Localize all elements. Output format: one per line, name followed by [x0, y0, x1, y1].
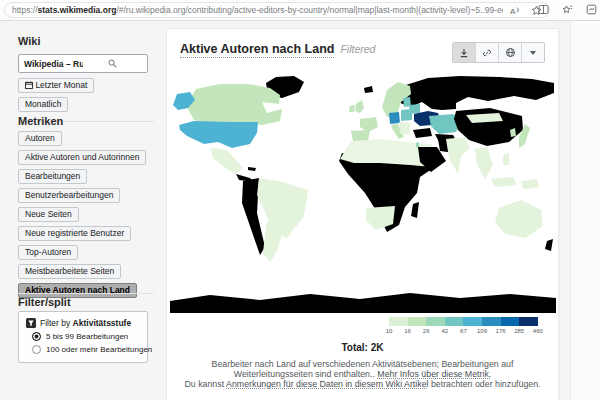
browser-address-bar: https://stats.wikimedia.org/#/ru.wikiped…: [0, 0, 600, 21]
read-aloud-icon[interactable]: A: [509, 5, 520, 16]
country-usa[interactable]: [179, 121, 258, 148]
country-india[interactable]: [446, 137, 470, 174]
country-madagascar: [411, 202, 419, 218]
country-ireland[interactable]: [349, 105, 355, 112]
annotation-text-1: Du kannst: [185, 379, 227, 389]
metric-button[interactable]: Top-Autoren: [18, 245, 78, 260]
legend-tick-labels: 1016264267109176285460: [389, 328, 538, 336]
wiki-search-value: Wikipedia – Russian: [24, 59, 83, 69]
browser-window: https://stats.wikimedia.org/#/ru.wikiped…: [0, 0, 600, 400]
metric-info-link[interactable]: Mehr Infos über diese Metrik.: [377, 369, 491, 379]
metric-description: Bearbeiter nach Land auf verschiedenen A…: [179, 359, 546, 389]
country-indonesia2[interactable]: [521, 179, 539, 189]
filter-icon: [26, 318, 36, 328]
wiki-globe-button[interactable]: [499, 43, 522, 62]
wiki-search-input[interactable]: Wikipedia – Russian: [18, 54, 148, 73]
legend-segment: [389, 317, 408, 326]
metric-button[interactable]: Autoren: [18, 131, 62, 146]
annotation-text-2: betrachten oder hinzufügen.: [429, 379, 541, 389]
legend-tick: 16: [404, 328, 411, 334]
country-canada[interactable]: [186, 84, 282, 126]
metrics-section-heading: Metriken: [18, 115, 63, 127]
country-balkans[interactable]: [399, 122, 411, 135]
country-indonesia1[interactable]: [491, 177, 517, 187]
metric-button[interactable]: Neue Seiten: [18, 207, 79, 222]
more-options-button[interactable]: [522, 43, 544, 62]
country-iberia[interactable]: [351, 130, 370, 141]
metric-button[interactable]: Bearbeitungen: [18, 169, 87, 184]
legend-tick: 176: [496, 328, 506, 334]
permalink-button[interactable]: [476, 43, 499, 62]
country-iceland: [364, 86, 373, 93]
annotations-link[interactable]: Anmerkungen für diese Daten in diesem Wi…: [226, 379, 428, 389]
chart-toolbar: [452, 42, 545, 63]
radio-unselected-icon[interactable]: [32, 345, 41, 354]
legend-segment: [463, 317, 482, 326]
metric-button[interactable]: Aktive Autoren und Autorinnen: [18, 150, 146, 165]
country-cuba: [248, 167, 256, 171]
legend-tick: 285: [514, 328, 524, 334]
country-turkey: [413, 128, 432, 138]
split-screen-icon[interactable]: [538, 4, 549, 15]
country-belarus[interactable]: [409, 104, 420, 114]
page-scrollbar[interactable]: [570, 21, 600, 400]
download-button[interactable]: [453, 43, 476, 62]
country-seasia[interactable]: [475, 147, 493, 179]
legend-segment: [408, 317, 427, 326]
sidebar: Wiki Wikipedia – Russian Letzter Monat M…: [18, 21, 160, 400]
map-legend: 1016264267109176285460: [389, 317, 538, 339]
svg-text:A: A: [510, 6, 516, 15]
page-url: https://stats.wikimedia.org/#/ru.wikiped…: [12, 5, 503, 15]
search-icon: [83, 59, 142, 68]
country-germany[interactable]: [389, 112, 400, 124]
country-france[interactable]: [360, 117, 378, 132]
country-australia[interactable]: [495, 200, 543, 238]
filter-option[interactable]: 5 bis 99 Bearbeitungen: [32, 332, 143, 341]
filter-option-label: 100 oder mehr Bearbeitungen: [46, 345, 152, 354]
country-antarctica: [170, 293, 556, 313]
legend-tick: 26: [423, 328, 430, 334]
page-title[interactable]: Aktive Autoren nach Land: [180, 42, 334, 58]
browser-essentials-icon[interactable]: [586, 4, 597, 15]
country-brazil[interactable]: [257, 178, 308, 238]
country-philippines[interactable]: [503, 153, 509, 165]
legend-tick: 10: [386, 328, 393, 334]
monthly-button[interactable]: Monatlich: [18, 97, 68, 112]
radio-selected-icon[interactable]: [32, 332, 41, 341]
metric-button[interactable]: Meistbearbeitete Seiten: [18, 264, 121, 279]
legend-tick: 109: [477, 328, 487, 334]
filter-label: Filter by Aktivitätsstufe: [40, 318, 131, 328]
favorites-icon[interactable]: [562, 4, 573, 15]
filtered-badge: Filtered: [340, 43, 375, 55]
world-map[interactable]: [170, 75, 556, 313]
legend-segment: [445, 317, 464, 326]
metric-detail-card: Aktive Autoren nach Land Filtered: [166, 28, 559, 400]
legend-segment: [519, 317, 538, 326]
filter-option[interactable]: 100 oder mehr Bearbeitungen: [32, 345, 143, 354]
total-count: Total: 2K: [167, 342, 558, 353]
country-mexico[interactable]: [211, 148, 243, 174]
filter-options: 5 bis 99 Bearbeitungen100 oder mehr Bear…: [26, 332, 143, 354]
address-bar-input[interactable]: https://stats.wikimedia.org/#/ru.wikiped…: [4, 2, 550, 18]
calendar-icon: [25, 81, 33, 89]
country-nz: [545, 239, 553, 251]
country-uk[interactable]: [355, 100, 364, 113]
metric-button[interactable]: Neue registrierte Benutzer: [18, 226, 131, 241]
legend-tick: 42: [441, 328, 448, 334]
wiki-section-heading: Wiki: [18, 35, 41, 47]
sidebar-divider-2: [18, 293, 154, 294]
time-range-label: Letzter Monat: [35, 80, 87, 90]
legend-tick: 67: [460, 328, 467, 334]
legend-segment: [501, 317, 520, 326]
filter-split-heading: Filter/split: [18, 296, 71, 308]
legend-tick: 460: [533, 328, 543, 334]
time-range-button[interactable]: Letzter Monat: [18, 78, 94, 93]
filter-option-label: 5 bis 99 Bearbeitungen: [46, 332, 128, 341]
wikistats-app: Wiki Wikipedia – Russian Letzter Monat M…: [0, 21, 600, 400]
legend-color-bar: [389, 317, 538, 326]
legend-segment: [482, 317, 501, 326]
metric-button-list: AutorenAktive Autoren und AutorinnenBear…: [18, 131, 146, 298]
legend-segment: [426, 317, 445, 326]
activity-filter-card: Filter by Aktivitätsstufe 5 bis 99 Bearb…: [18, 311, 148, 363]
metric-button[interactable]: Benutzerbearbeitungen: [18, 188, 120, 203]
